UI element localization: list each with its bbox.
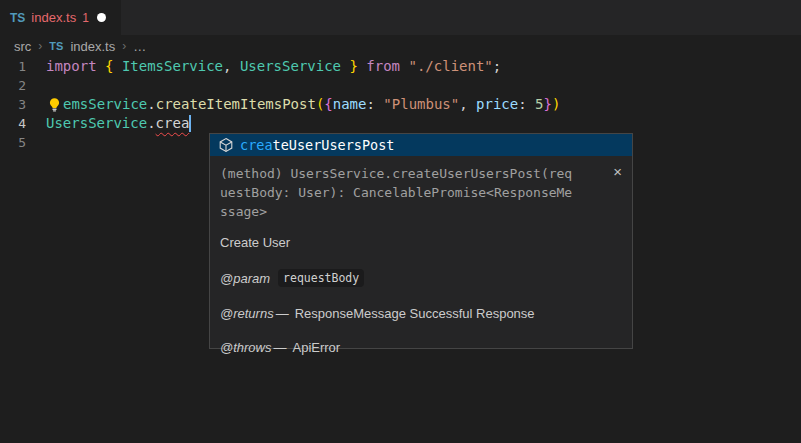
doc-tag-param: @param requestBody (220, 269, 622, 287)
error-count-badge: 1 (82, 11, 89, 25)
method-signature: (method) UsersService.createUserUsersPos… (220, 164, 622, 183)
doc-tag-throws: @throws — ApiError (220, 340, 622, 355)
code-line-2[interactable]: 2 (0, 76, 801, 95)
code-line-3[interactable]: 3 emsService.createItemItemsPost({name: … (0, 95, 801, 114)
tab-filename: index.ts (31, 10, 76, 25)
line-number: 3 (0, 95, 46, 114)
line-number: 1 (0, 57, 46, 76)
method-signature: ssage> (220, 202, 622, 221)
lightbulb-icon[interactable] (46, 97, 63, 113)
throws-text: ApiError (293, 340, 341, 355)
method-symbol-icon (218, 137, 234, 153)
breadcrumb-src[interactable]: src (14, 39, 31, 54)
chevron-separator-icon: › (122, 39, 126, 53)
doc-tag-returns: @returns — ResponseMessage Successful Re… (220, 306, 622, 321)
intellisense-popup: createUserUsersPost × (method) UsersServ… (209, 133, 633, 349)
em-dash: — (274, 340, 287, 355)
typescript-icon: TS (10, 11, 25, 25)
returns-text: ResponseMessage Successful Response (295, 306, 535, 321)
param-name-chip: requestBody (278, 269, 364, 287)
line-number: 4 (0, 114, 46, 133)
line-number: 5 (0, 133, 46, 152)
line-number: 2 (0, 76, 46, 95)
em-dash: — (276, 306, 289, 321)
throws-tag: @throws (220, 340, 272, 355)
breadcrumb-ellipsis[interactable]: … (133, 39, 146, 54)
param-tag: @param (220, 271, 270, 286)
breadcrumb-index-ts[interactable]: index.ts (70, 39, 115, 54)
tab-bar: TS index.ts 1 (0, 0, 801, 35)
code-line-4[interactable]: 4 UsersService.crea (0, 114, 801, 133)
close-icon[interactable]: × (613, 164, 622, 179)
breadcrumb: src › TS index.ts › … (0, 35, 801, 57)
suggestion-docs-panel: × (method) UsersService.createUserUsersP… (210, 156, 632, 348)
method-signature: uestBody: User): CancelablePromise<Respo… (220, 183, 622, 202)
code-line-1[interactable]: 1 import { ItemsService, UsersService } … (0, 57, 801, 76)
returns-tag: @returns (220, 306, 274, 321)
suggestion-item-selected[interactable]: createUserUsersPost (210, 134, 632, 156)
text-cursor (189, 115, 191, 132)
typescript-icon: TS (49, 40, 63, 52)
suggestion-label: createUserUsersPost (240, 137, 394, 153)
doc-description: Create User (220, 235, 622, 250)
modified-indicator-dot[interactable] (97, 13, 106, 22)
chevron-separator-icon: › (38, 39, 42, 53)
tab-index-ts[interactable]: TS index.ts 1 (0, 0, 121, 35)
